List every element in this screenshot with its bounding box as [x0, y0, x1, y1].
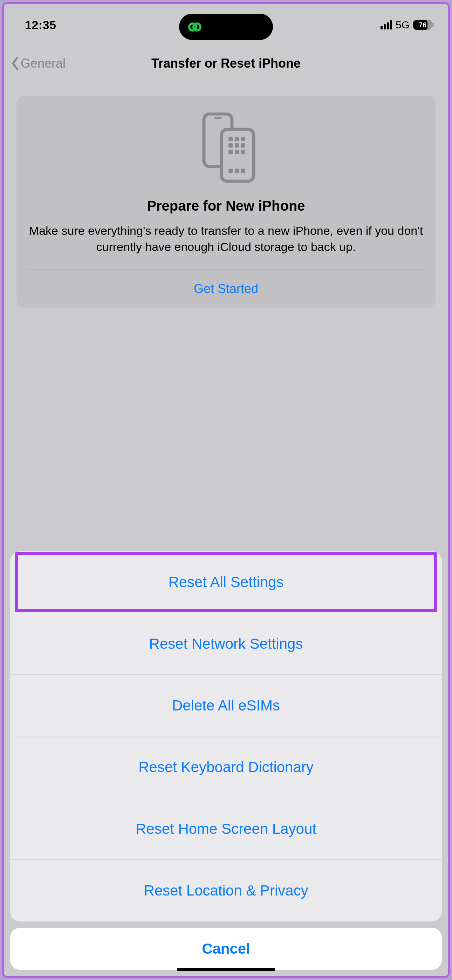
cellular-signal-icon: [380, 20, 392, 29]
svg-rect-10: [241, 143, 245, 148]
home-indicator[interactable]: [177, 968, 275, 971]
sheet-item-delete-all-esims[interactable]: Delete All eSIMs: [10, 675, 442, 737]
transfer-devices-icon: [196, 113, 256, 183]
svg-rect-6: [235, 137, 239, 141]
network-type: 5G: [396, 19, 410, 31]
sheet-item-reset-keyboard-dictionary[interactable]: Reset Keyboard Dictionary: [10, 737, 442, 798]
sheet-item-reset-all-settings[interactable]: Reset All Settings: [10, 551, 442, 613]
action-sheet: Reset Reset All Settings Reset Network S…: [4, 551, 448, 976]
status-bar: 12:35 5G 76: [4, 4, 448, 46]
battery-percent: 76: [413, 21, 432, 29]
status-time: 12:35: [25, 18, 116, 32]
svg-rect-16: [241, 169, 245, 173]
back-button[interactable]: General: [11, 56, 65, 71]
reset-options-sheet: Reset All Settings Reset Network Setting…: [10, 551, 442, 921]
back-label: General: [21, 56, 65, 71]
svg-rect-7: [241, 137, 245, 141]
sheet-item-label: Reset Keyboard Dictionary: [138, 759, 314, 776]
link-activity-icon: [188, 20, 202, 34]
sheet-item-label: Reset Network Settings: [149, 635, 303, 652]
card-description: Make sure everything's ready to transfer…: [26, 223, 426, 269]
svg-rect-8: [228, 143, 232, 148]
chevron-left-icon: [11, 56, 19, 70]
svg-rect-5: [228, 137, 232, 141]
sheet-item-label: Reset Location & Privacy: [144, 882, 308, 899]
svg-rect-9: [235, 143, 239, 148]
svg-rect-11: [228, 150, 232, 154]
svg-rect-12: [235, 150, 239, 154]
svg-rect-14: [228, 169, 232, 173]
get-started-button[interactable]: Get Started: [26, 269, 426, 308]
sheet-item-reset-network-settings[interactable]: Reset Network Settings: [10, 613, 442, 675]
dynamic-island[interactable]: [179, 14, 273, 40]
svg-rect-13: [241, 150, 245, 154]
sheet-item-label: Delete All eSIMs: [172, 697, 280, 714]
prepare-card: Prepare for New iPhone Make sure everyth…: [16, 96, 436, 308]
svg-rect-15: [235, 169, 239, 173]
sheet-item-label: Reset All Settings: [168, 574, 283, 590]
cancel-button[interactable]: Cancel: [10, 928, 442, 970]
card-title: Prepare for New iPhone: [26, 198, 426, 214]
status-right: 5G 76: [380, 19, 432, 31]
sheet-item-reset-home-screen-layout[interactable]: Reset Home Screen Layout: [10, 798, 442, 860]
page-title: Transfer or Reset iPhone: [4, 56, 448, 71]
sheet-item-label: Reset Home Screen Layout: [135, 821, 317, 837]
battery-icon: 76: [413, 20, 432, 30]
nav-bar: General Transfer or Reset iPhone: [4, 46, 448, 81]
sheet-item-reset-location-privacy[interactable]: Reset Location & Privacy: [10, 860, 442, 921]
